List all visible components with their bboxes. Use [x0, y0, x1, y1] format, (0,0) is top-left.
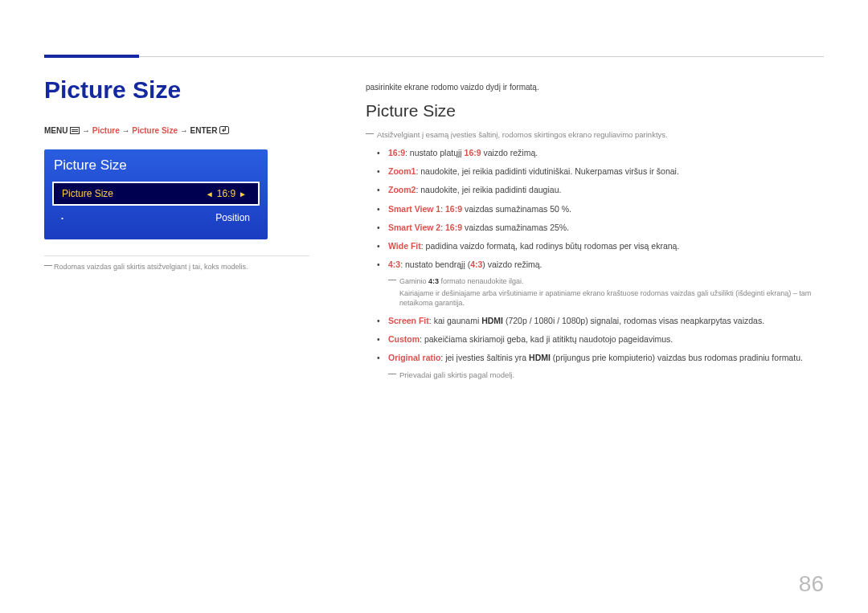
section-heading: Picture Size — [366, 101, 824, 121]
list-item: Wide Fit: padidina vaizdo formatą, kad r… — [388, 240, 824, 252]
left-divider: Rodomas vaizdas gali skirtis atsižvelgia… — [44, 255, 309, 271]
crumb-arrow-1: → — [82, 126, 92, 135]
list-item: Zoom2: naudokite, jei reikia padidinti d… — [388, 184, 824, 196]
chevron-left-icon[interactable]: ◄ — [203, 190, 217, 198]
right-note-2: Prievadai gali skirtis pagal modelį. — [366, 370, 824, 379]
osd-sub-label: Position — [215, 212, 250, 223]
osd-panel: Picture Size Picture Size ◄ 16:9 ► · Pos… — [44, 149, 268, 239]
page-number: 86 — [799, 571, 824, 597]
osd-row-position[interactable]: · Position — [54, 207, 258, 228]
osd-row-picture-size[interactable]: Picture Size ◄ 16:9 ► — [52, 182, 260, 206]
sub-note: Kairiajame ir dešiniajame arba viršutini… — [388, 288, 824, 309]
crumb-arrow-3: → — [180, 126, 190, 135]
crumb-picture-size: Picture Size — [132, 126, 178, 135]
list-item: Custom: pakeičiama skiriamoji geba, kad … — [388, 333, 824, 345]
breadcrumb: MENU → Picture → Picture Size → ENTER — [44, 126, 309, 135]
crumb-picture: Picture — [92, 126, 120, 135]
list-item: 16:9: nustato platųjį 16:9 vaizdo režimą… — [388, 147, 824, 159]
list-item: Smart View 1: 16:9 vaizdas sumažinamas 5… — [388, 203, 824, 215]
top-rule-accent — [44, 55, 139, 58]
dash-icon — [388, 374, 396, 374]
crumb-enter: ENTER — [190, 126, 218, 135]
list-item: Original ratio: jei įvesties šaltinis yr… — [388, 352, 824, 364]
chevron-right-icon[interactable]: ► — [235, 190, 250, 198]
right-note-1: Atsižvelgiant į esamą įvesties šaltinį, … — [366, 130, 824, 139]
crumb-menu: MENU — [44, 126, 68, 135]
osd-row-label: Picture Size — [62, 188, 113, 199]
left-column: Picture Size MENU → Picture → Picture Si… — [44, 76, 309, 271]
crumb-arrow-2: → — [121, 126, 132, 135]
list-item: Smart View 2: 16:9 vaizdas sumažinamas 2… — [388, 222, 824, 234]
list-item: Screen Fit: kai gaunami HDMI (720p / 108… — [388, 315, 824, 327]
list-item: Zoom1: naudokite, jei reikia padidinti v… — [388, 166, 824, 178]
left-note: Rodomas vaizdas gali skirtis atsižvelgia… — [44, 263, 309, 271]
dash-icon — [366, 133, 374, 134]
dash-icon — [44, 265, 52, 266]
intro-text: pasirinkite ekrane rodomo vaizdo dydį ir… — [366, 83, 824, 92]
osd-title: Picture Size — [54, 157, 258, 174]
bullet-icon: · — [60, 213, 64, 223]
menu-icon — [70, 127, 80, 134]
right-column: pasirinkite ekrane rodomo vaizdo dydį ir… — [366, 83, 824, 387]
sub-note: Gaminio 4:3 formato nenaudokite ilgai. — [388, 276, 824, 287]
page-title: Picture Size — [44, 76, 309, 104]
list-item: 4:3: nustato bendrąjį (4:3) vaizdo režim… — [388, 259, 824, 308]
enter-icon — [219, 126, 229, 134]
top-rule — [44, 56, 824, 57]
spec-list: 16:9: nustato platųjį 16:9 vaizdo režimą… — [366, 147, 824, 364]
dash-icon — [388, 280, 396, 280]
osd-row-value: 16:9 — [217, 188, 235, 199]
